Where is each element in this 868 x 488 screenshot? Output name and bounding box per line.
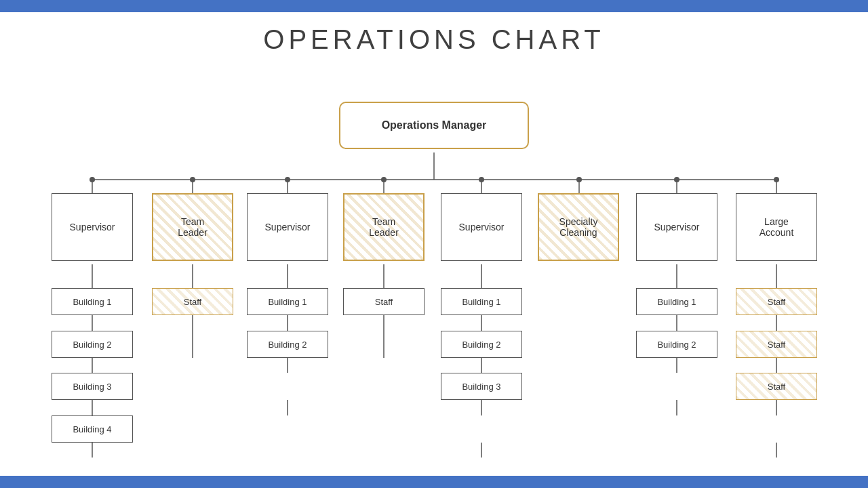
svg-point-7 <box>285 177 290 182</box>
svg-point-17 <box>774 177 779 182</box>
la-staff1-box: Staff <box>736 288 817 315</box>
sup1-building4-box: Building 4 <box>52 415 133 443</box>
sup1-building2-box: Building 2 <box>52 331 133 358</box>
team-leader-2-box: Team Leader <box>343 193 425 261</box>
team-leader-1-box: Team Leader <box>152 193 233 261</box>
sup1-building3-box: Building 3 <box>52 373 133 400</box>
svg-point-9 <box>381 177 387 182</box>
sup2-building2-box: Building 2 <box>247 331 328 358</box>
supervisor-3-box: Supervisor <box>441 193 522 261</box>
large-account-box: Large Account <box>736 193 817 261</box>
sup1-building1-box: Building 1 <box>52 288 133 315</box>
svg-point-11 <box>479 177 484 182</box>
supervisor-2-box: Supervisor <box>247 193 328 261</box>
svg-point-3 <box>90 177 95 182</box>
sup3-building1-box: Building 1 <box>441 288 522 315</box>
svg-point-15 <box>674 177 679 182</box>
sup2-building1-box: Building 1 <box>247 288 328 315</box>
top-bar <box>0 0 868 12</box>
sup3-building3-box: Building 3 <box>441 373 522 400</box>
tl2-staff-box: Staff <box>343 288 425 315</box>
sup4-building1-box: Building 1 <box>636 288 717 315</box>
ops-manager-box: Operations Manager <box>339 102 529 149</box>
specialty-cleaning-box: Specialty Cleaning <box>538 193 619 261</box>
sup3-building2-box: Building 2 <box>441 331 522 358</box>
supervisor-4-box: Supervisor <box>636 193 717 261</box>
svg-point-5 <box>190 177 195 182</box>
svg-point-13 <box>576 177 582 182</box>
la-staff2-box: Staff <box>736 331 817 358</box>
la-staff3-box: Staff <box>736 373 817 400</box>
sup4-building2-box: Building 2 <box>636 331 717 358</box>
tl1-staff-box: Staff <box>152 288 233 315</box>
chart-area: Operations Manager Supervisor Team Leade… <box>0 81 868 476</box>
bottom-bar <box>0 476 868 488</box>
supervisor-1-box: Supervisor <box>52 193 133 261</box>
